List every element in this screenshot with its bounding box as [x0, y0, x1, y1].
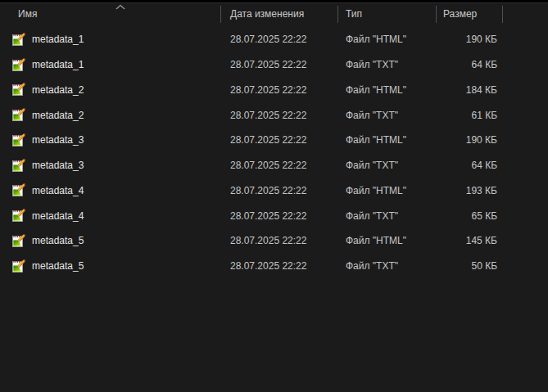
- file-modified: 28.07.2025 22:22: [221, 260, 338, 272]
- file-name: metadata_4: [32, 210, 84, 222]
- column-header-size-label: Размер: [443, 8, 477, 20]
- file-size: 190 КБ: [437, 134, 503, 146]
- column-header-row: Имя Дата изменения Тип Размер: [0, 3, 548, 25]
- notepad-file-icon: [11, 234, 25, 248]
- notepad-file-icon: [11, 159, 25, 173]
- file-list: metadata_1 28.07.2025 22:22 Файл "HTML" …: [0, 27, 548, 279]
- file-name: metadata_1: [32, 59, 84, 70]
- file-row[interactable]: metadata_3 28.07.2025 22:22 Файл "TXT" 6…: [0, 153, 548, 178]
- file-row[interactable]: metadata_1 28.07.2025 22:22 Файл "TXT" 6…: [0, 52, 548, 78]
- sort-ascending-icon: [114, 3, 127, 11]
- file-name-cell: metadata_3: [0, 133, 221, 147]
- file-size: 65 КБ: [437, 210, 503, 222]
- file-row[interactable]: metadata_5 28.07.2025 22:22 Файл "HTML" …: [0, 228, 548, 254]
- file-name-cell: metadata_1: [0, 33, 221, 47]
- file-type: Файл "TXT": [338, 160, 437, 171]
- file-name-cell: metadata_4: [0, 183, 221, 197]
- file-row[interactable]: metadata_2 28.07.2025 22:22 Файл "HTML" …: [0, 78, 548, 103]
- file-type: Файл "HTML": [338, 134, 437, 146]
- file-name-cell: metadata_5: [0, 234, 221, 248]
- file-size: 190 КБ: [437, 34, 503, 45]
- file-type: Файл "HTML": [338, 235, 437, 246]
- file-name-cell: metadata_2: [0, 108, 221, 122]
- file-name-cell: metadata_5: [0, 259, 221, 273]
- file-name: metadata_2: [32, 110, 84, 121]
- file-row[interactable]: metadata_4 28.07.2025 22:22 Файл "HTML" …: [0, 178, 548, 204]
- file-name-cell: metadata_4: [0, 209, 221, 223]
- notepad-file-icon: [11, 209, 25, 223]
- file-size: 64 КБ: [437, 59, 503, 70]
- file-name: metadata_5: [32, 235, 84, 246]
- notepad-file-icon: [11, 133, 25, 147]
- file-row[interactable]: metadata_5 28.07.2025 22:22 Файл "TXT" 5…: [0, 254, 548, 279]
- file-name: metadata_4: [32, 185, 84, 196]
- file-name-cell: metadata_2: [0, 83, 221, 97]
- file-name: metadata_5: [32, 260, 84, 272]
- notepad-file-icon: [11, 33, 25, 47]
- file-modified: 28.07.2025 22:22: [221, 185, 338, 196]
- file-modified: 28.07.2025 22:22: [221, 34, 338, 45]
- notepad-file-icon: [11, 58, 25, 72]
- notepad-file-icon: [11, 183, 25, 197]
- notepad-file-icon: [11, 108, 25, 122]
- column-header-size[interactable]: Размер: [437, 3, 503, 25]
- file-type: Файл "HTML": [338, 34, 437, 45]
- file-row[interactable]: metadata_1 28.07.2025 22:22 Файл "HTML" …: [0, 27, 548, 52]
- file-modified: 28.07.2025 22:22: [221, 210, 338, 222]
- file-modified: 28.07.2025 22:22: [221, 59, 338, 70]
- file-name-cell: metadata_1: [0, 58, 221, 72]
- file-name-cell: metadata_3: [0, 159, 221, 173]
- file-size: 184 КБ: [437, 84, 503, 96]
- file-name: metadata_3: [32, 134, 84, 146]
- column-header-modified[interactable]: Дата изменения: [221, 3, 338, 25]
- file-modified: 28.07.2025 22:22: [221, 134, 338, 146]
- file-type: Файл "TXT": [338, 260, 437, 272]
- column-header-filler: [503, 3, 548, 25]
- file-name: metadata_3: [32, 160, 84, 171]
- file-type: Файл "HTML": [338, 84, 437, 96]
- file-modified: 28.07.2025 22:22: [221, 160, 338, 171]
- file-size: 145 КБ: [437, 235, 503, 246]
- column-header-name[interactable]: Имя: [0, 3, 221, 25]
- file-size: 61 КБ: [437, 110, 503, 121]
- file-size: 193 КБ: [437, 185, 503, 196]
- file-row[interactable]: metadata_4 28.07.2025 22:22 Файл "TXT" 6…: [0, 203, 548, 228]
- column-header-modified-label: Дата изменения: [230, 8, 304, 20]
- file-type: Файл "HTML": [338, 185, 437, 196]
- column-header-type-label: Тип: [346, 8, 362, 20]
- file-size: 50 КБ: [437, 260, 503, 272]
- file-type: Файл "TXT": [338, 210, 437, 222]
- column-header-type[interactable]: Тип: [338, 3, 437, 25]
- column-header-name-label: Имя: [18, 8, 37, 20]
- file-row[interactable]: metadata_3 28.07.2025 22:22 Файл "HTML" …: [0, 128, 548, 153]
- file-size: 64 КБ: [437, 160, 503, 171]
- file-modified: 28.07.2025 22:22: [221, 84, 338, 96]
- file-type: Файл "TXT": [338, 59, 437, 70]
- file-name: metadata_2: [32, 84, 84, 96]
- file-modified: 28.07.2025 22:22: [221, 110, 338, 121]
- file-type: Файл "TXT": [338, 110, 437, 121]
- file-name: metadata_1: [32, 34, 84, 45]
- file-row[interactable]: metadata_2 28.07.2025 22:22 Файл "TXT" 6…: [0, 102, 548, 128]
- notepad-file-icon: [11, 259, 25, 273]
- file-modified: 28.07.2025 22:22: [221, 235, 338, 246]
- notepad-file-icon: [11, 83, 25, 97]
